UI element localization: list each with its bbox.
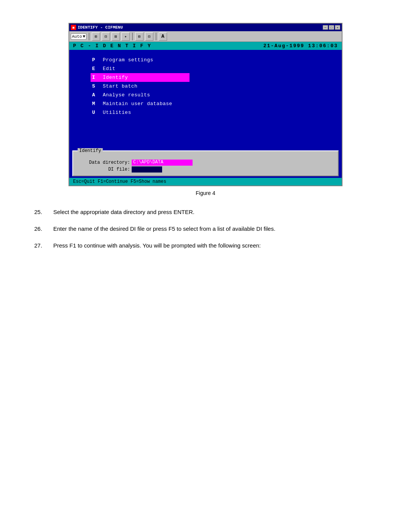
field-value-difile[interactable] xyxy=(132,166,162,173)
dropdown-arrow[interactable]: ▼ xyxy=(83,34,85,39)
menu-key-m: M xyxy=(92,101,100,107)
toolbar-btn-3[interactable]: ⊠ xyxy=(112,32,120,41)
menu-key-a: A xyxy=(92,92,100,98)
menu-key-u: U xyxy=(92,110,100,115)
menu-item-e[interactable]: E Edit xyxy=(92,64,342,73)
status-bar: Esc=Quit F1=Continue F5=Show names xyxy=(69,178,342,185)
field-label-directory: Data directory: xyxy=(84,160,130,165)
dialog-field-directory: Data directory: C:\APD\DATA xyxy=(77,160,334,166)
menu-item-p[interactable]: P Program settings xyxy=(92,56,342,64)
toolbar-separator-1 xyxy=(89,33,89,40)
title-bar-left: ▣ IDENTIFY - CIFMENU xyxy=(71,25,123,30)
figure-caption: Figure 4 xyxy=(196,190,215,196)
menu-key-s: S xyxy=(92,83,100,89)
window-title: IDENTIFY - CIFMENU xyxy=(78,25,123,30)
title-bar: ▣ IDENTIFY - CIFMENU ─ □ × xyxy=(69,24,342,31)
menu-label-u: Utilities xyxy=(103,110,131,115)
instruction-text-25: Select the appropriate data directory an… xyxy=(53,208,381,217)
toolbar-btn-1[interactable]: ⊞ xyxy=(92,32,100,41)
instruction-number-26: 26. xyxy=(30,224,53,233)
instruction-25: 25. Select the appropriate data director… xyxy=(30,208,381,217)
toolbar-btn-5[interactable]: ⊞ xyxy=(135,32,143,41)
maximize-button[interactable]: □ xyxy=(329,25,334,30)
auto-dropdown[interactable]: Auto ▼ xyxy=(71,34,86,40)
menu-key-i: I xyxy=(92,75,100,80)
toolbar-separator-2 xyxy=(132,33,133,40)
menu-item-i[interactable]: I Identify xyxy=(91,73,190,82)
instruction-number-27: 27. xyxy=(30,241,53,250)
field-label-difile: DI file: xyxy=(84,167,130,172)
menu-label-m: Maintain user database xyxy=(103,101,172,107)
main-content: P C - I D E N T I F Y 21-Aug-1999 13:06:… xyxy=(69,42,342,185)
menu-item-a[interactable]: A Analyse results xyxy=(92,91,342,99)
field-value-directory[interactable]: C:\APD\DATA xyxy=(132,160,193,166)
dropdown-value: Auto xyxy=(72,34,82,39)
minimize-button[interactable]: ─ xyxy=(323,25,328,30)
menu-area: P Program settings E Edit I Identify S S… xyxy=(69,50,342,149)
menu-label-p: Program settings xyxy=(103,57,153,63)
instruction-26: 26. Enter the name of the desired DI fil… xyxy=(30,224,381,233)
menu-item-m[interactable]: M Maintain user database xyxy=(92,99,342,108)
app-icon: ▣ xyxy=(71,25,76,30)
menu-key-p: P xyxy=(92,57,100,63)
dialog-field-difile: DI file: xyxy=(77,166,334,173)
menu-label-s: Start batch xyxy=(103,83,137,89)
window: ▣ IDENTIFY - CIFMENU ─ □ × Auto ▼ ⊞ ⊟ ⊠ … xyxy=(68,23,342,186)
title-bar-controls: ─ □ × xyxy=(323,25,340,30)
toolbar: Auto ▼ ⊞ ⊟ ⊠ ✦ ⊞ ⊟ A xyxy=(69,31,342,42)
dialog-title: Identify xyxy=(78,148,103,153)
close-button[interactable]: × xyxy=(335,25,340,30)
status-text: Esc=Quit F1=Continue F5=Show names xyxy=(73,179,166,184)
menu-label-i: Identify xyxy=(103,75,128,80)
screenshot-container: ▣ IDENTIFY - CIFMENU ─ □ × Auto ▼ ⊞ ⊟ ⊠ … xyxy=(30,23,381,196)
pc-title: P C - I D E N T I F Y xyxy=(73,43,151,49)
instruction-text-26: Enter the name of the desired DI file or… xyxy=(53,224,381,233)
pc-header: P C - I D E N T I F Y 21-Aug-1999 13:06:… xyxy=(69,42,342,50)
toolbar-btn-4[interactable]: ✦ xyxy=(121,32,130,41)
toolbar-btn-2[interactable]: ⊟ xyxy=(102,32,110,41)
menu-key-e: E xyxy=(92,66,100,72)
toolbar-btn-a[interactable]: A xyxy=(159,32,167,41)
toolbar-separator-3 xyxy=(156,33,156,40)
instructions: 25. Select the appropriate data director… xyxy=(30,208,381,250)
menu-label-a: Analyse results xyxy=(103,92,150,98)
menu-label-e: Edit xyxy=(103,66,115,72)
instruction-number-25: 25. xyxy=(30,208,53,217)
menu-item-s[interactable]: S Start batch xyxy=(92,82,342,91)
instruction-text-27: Press F1 to continue with analysis. You … xyxy=(53,241,381,250)
instruction-27: 27. Press F1 to continue with analysis. … xyxy=(30,241,381,250)
pc-datetime: 21-Aug-1999 13:06:03 xyxy=(263,43,338,49)
menu-item-u[interactable]: U Utilities xyxy=(92,108,342,117)
dialog-box: Identify Data directory: C:\APD\DATA DI … xyxy=(72,150,339,176)
toolbar-btn-6[interactable]: ⊟ xyxy=(145,32,153,41)
